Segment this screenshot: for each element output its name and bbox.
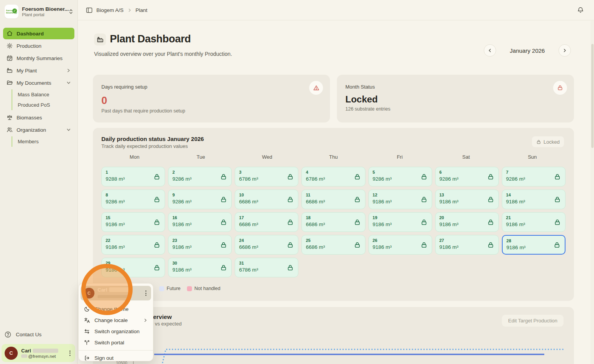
sidebar-item-dashboard[interactable]: Dashboard [3,28,74,39]
calendar-day-cell[interactable]: 269186 m³ [369,235,432,255]
lock-icon [153,264,160,271]
calendar-day-cell[interactable]: 209186 m³ [435,212,499,232]
sidebar-item-organization[interactable]: Organization [3,124,74,136]
legend-swatch [159,286,164,291]
sidebar-item-produced-pos[interactable]: Produced PoS [17,100,74,110]
day-production-value: 9286 m³ [172,176,227,182]
lock-icon [153,219,160,226]
menu-item-change-locale[interactable]: Change locale [79,315,153,326]
calendar-day-cell[interactable]: 229186 m³ [101,235,165,255]
lock-icon [421,173,427,180]
previous-month-button[interactable] [484,44,496,57]
day-number: 12 [373,193,428,197]
notifications-bell-icon[interactable] [577,7,584,13]
lock-icon [421,196,427,203]
calendar-day-cell[interactable]: 199186 m³ [369,212,432,232]
next-month-button[interactable] [559,44,571,57]
menu-item-switch-portal[interactable]: Switch portal [79,337,153,348]
calendar-day-cell[interactable]: 279186 m³ [435,235,499,255]
day-production-value: 6686 m³ [239,221,294,227]
lock-icon [220,173,227,180]
sidebar-item-label: Dashboard [17,31,71,37]
breadcrumb-page[interactable]: Plant [136,7,148,13]
calendar-day-cell[interactable]: 159186 m³ [101,212,165,232]
calendar-day-cell[interactable]: 89286 m³ [101,190,165,209]
calendar-day-cell[interactable]: 99286 m³ [168,190,232,209]
menu-item-change-theme[interactable]: Change theme [79,304,153,315]
calendar-day-cell[interactable]: 299186 m³ [101,258,165,277]
calendar-day-cell[interactable]: 309186 m³ [168,258,232,277]
sidebar-item-monthly-summaries[interactable]: Monthly Summaries [3,52,74,64]
panel-left-icon[interactable] [86,7,93,13]
calendar-day-cell[interactable]: 59286 m³ [369,167,432,186]
lock-icon [220,242,227,248]
calendar-day-cell[interactable]: 149186 m³ [502,190,565,209]
day-number: 9 [172,193,227,197]
calendar-day-cell[interactable]: 129186 m³ [369,190,432,209]
weekday-row: MonTueWedThuFriSatSun [101,154,565,160]
day-number: 7 [506,170,561,174]
org-name: Foersom Bioener... [22,6,65,12]
lock-icon [421,173,427,180]
calendar-day-cell[interactable]: 116686 m³ [301,190,365,209]
calendar-day-cell[interactable]: 139186 m³ [435,190,499,209]
calendar-locked-badge: Locked [532,136,564,147]
calendar-day-cell[interactable]: 79286 m³ [502,167,565,186]
day-production-value: 9186 m³ [506,199,561,205]
lock-icon [153,242,160,248]
lock-icon [153,196,160,203]
sidebar-item-production[interactable]: Production [3,40,74,52]
calendar-day-cell[interactable]: 176686 m³ [235,212,298,232]
calendar-day-cell[interactable]: 46786 m³ [301,167,365,186]
day-production-value: 6686 m³ [239,199,294,205]
scrollbar-track[interactable] [591,21,594,364]
menu-item-label: Change theme [94,306,148,312]
lock-icon [554,242,560,248]
sidebar-item-my-plant[interactable]: My Plant [3,65,74,76]
lock-icon [220,196,227,203]
weekday-label: Fri [367,154,433,160]
calendar-day-cell[interactable]: 289186 m³ [502,235,565,255]
calendar-day-cell[interactable]: 169186 m³ [168,212,232,232]
redacted-lastname [109,287,131,292]
calendar-day-cell[interactable]: 186686 m³ [301,212,365,232]
menu-item-switch-organization[interactable]: Switch organization [79,326,153,337]
lock-icon [220,242,227,248]
sidebar-item-biomasses[interactable]: Biomasses [3,112,74,123]
lock-icon [421,196,427,203]
calendar-grid: 19288 m³29286 m³36786 m³46786 m³59286 m³… [101,167,565,277]
day-number: 29 [106,261,161,265]
day-number: 10 [239,193,294,197]
chevron-down-icon [66,127,71,132]
lock-icon [287,219,294,226]
calendar-day-cell[interactable]: 36786 m³ [235,167,298,186]
user-menu-kebab-icon[interactable] [68,349,72,357]
sidebar-subitem-label: Produced PoS [18,102,50,108]
breadcrumb-org[interactable]: Biogem A/S [96,7,124,13]
sidebar-item-my-documents[interactable]: My Documents [3,77,74,89]
org-switcher[interactable]: foersombioenergy ✓ Foersom Bioener... Pl… [0,0,77,22]
calendar-day-cell[interactable]: 69286 m³ [435,167,499,186]
calendar-day-cell[interactable]: 239186 m³ [168,235,232,255]
sidebar-item-mass-balance[interactable]: Mass Balance [17,89,74,100]
contact-us-link[interactable]: Contact Us [5,331,42,338]
user-menu-header[interactable]: C Carl [81,286,151,300]
sidebar-item-members[interactable]: Members [17,136,74,147]
scrollbar-thumb[interactable] [591,44,594,148]
calendar-day-cell[interactable]: 219186 m³ [502,212,565,232]
lock-icon [287,173,294,180]
day-production-value: 6686 m³ [239,244,294,250]
calendar-day-cell[interactable]: 106686 m³ [235,190,298,209]
calendar-day-cell[interactable]: 19288 m³ [101,167,165,186]
calendar-day-cell[interactable]: 256686 m³ [301,235,365,255]
lock-icon [287,264,294,271]
user-profile-chip[interactable]: C Carl @fremsyn.net [2,344,75,362]
lock-icon [287,173,294,180]
calendar-day-cell[interactable]: 246686 m³ [235,235,298,255]
calendar-day-cell[interactable]: 29286 m³ [168,167,232,186]
day-number: 30 [172,261,227,265]
calendar-day-cell[interactable]: 316786 m³ [235,258,298,277]
menu-item-label: Switch portal [94,340,148,346]
menu-item-sign-out[interactable]: Sign out [79,352,153,364]
edit-target-production-button[interactable]: Edit Target Production [502,315,564,327]
